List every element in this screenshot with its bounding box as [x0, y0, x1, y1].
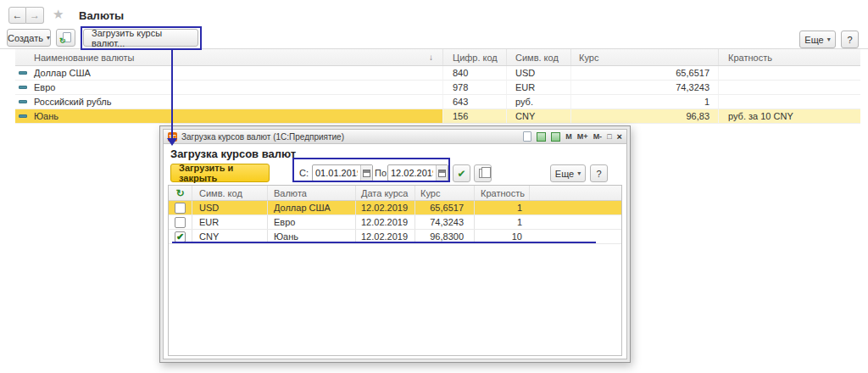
- load-and-close-label: Загрузить и закрыть: [179, 163, 261, 183]
- currency-item-icon: [19, 114, 27, 118]
- cell-char-code: руб.: [506, 95, 570, 109]
- header-char-code[interactable]: Симв. код: [506, 49, 570, 65]
- scale-m-button[interactable]: M: [565, 132, 572, 141]
- dialog-title: Загрузка курсов валют (1С:Предприятие): [181, 132, 344, 142]
- annotation-arrow-head: [167, 138, 177, 146]
- document-icon[interactable]: [523, 131, 531, 142]
- header-char-code[interactable]: Симв. код: [192, 186, 267, 200]
- copy-button[interactable]: [474, 164, 492, 182]
- table-row-usd[interactable]: Доллар США 840 USD 65,6517: [15, 66, 860, 81]
- rates-row-usd-selected[interactable]: ✔ USD Доллар США 12.02.2019 65,6517 1: [169, 201, 621, 215]
- rates-table-header: ↻ Симв. код Валюта Дата курса Курс Кратн…: [169, 186, 621, 201]
- table-row-rub[interactable]: Российский рубль 643 руб. 1: [15, 95, 860, 109]
- chevron-down-icon: ▾: [47, 35, 50, 42]
- cell-rate: 65,6517: [415, 201, 474, 214]
- check-table-icon: ✔: [457, 169, 465, 179]
- cell-char-code: EUR: [192, 215, 267, 229]
- calculator-icon[interactable]: [537, 132, 546, 142]
- header-num-code[interactable]: Цифр. код: [442, 49, 506, 65]
- app-window: ← → ★ Валюты Создать ▾ ↻ Загрузить курсы…: [0, 0, 868, 373]
- cell-currency: Евро: [267, 215, 355, 229]
- header-multiplicity[interactable]: Кратность: [718, 49, 860, 65]
- back-icon: ←: [13, 9, 23, 21]
- cell-rate: 1: [570, 95, 718, 109]
- copy-icon: [479, 169, 487, 178]
- refresh-header-button[interactable]: ↻: [169, 186, 192, 200]
- dialog-help-button[interactable]: ?: [590, 164, 608, 182]
- cell-name: Доллар США: [34, 66, 91, 80]
- history-nav: ← →: [8, 7, 44, 24]
- page-title: Валюты: [79, 9, 124, 22]
- annotation-box-date-range: [292, 158, 450, 182]
- more-label: Еще: [804, 35, 823, 45]
- cell-rate: 96,83: [570, 109, 718, 123]
- refresh-document-icon: ↻: [60, 32, 71, 43]
- create-button-label: Создать: [8, 33, 43, 43]
- cell-name: Евро: [34, 81, 55, 94]
- chevron-down-icon: ▾: [577, 170, 581, 177]
- cell-char-code: USD: [192, 201, 267, 214]
- calendar-icon[interactable]: [551, 132, 560, 142]
- currency-item-icon: [19, 71, 27, 75]
- chevron-down-icon: ▾: [827, 36, 831, 43]
- header-rate[interactable]: Курс: [415, 186, 474, 200]
- header-filler: [529, 186, 622, 200]
- dialog-titlebar[interactable]: 1С Загрузка курсов валют (1С:Предприятие…: [164, 130, 626, 144]
- cell-multiplicity: [718, 66, 860, 80]
- cell-rate-date: 12.02.2019: [355, 215, 415, 229]
- currencies-table-header: Наименование валюты ↓ Цифр. код Симв. ко…: [15, 49, 860, 66]
- table-row-cny-selected[interactable]: Юань 156 CNY 96,83 руб. за 10 CNY: [15, 109, 860, 124]
- dialog-heading: Загрузка курсов валют: [170, 148, 296, 160]
- row-checkbox[interactable]: ✔: [175, 231, 186, 242]
- cell-multiplicity: руб. за 10 CNY: [718, 109, 860, 123]
- cell-name: Российский рубль: [34, 95, 112, 109]
- header-name[interactable]: Наименование валюты: [15, 49, 442, 65]
- currency-item-icon: [19, 86, 27, 89]
- sort-descending-icon: ↓: [429, 49, 433, 65]
- forward-button[interactable]: →: [26, 7, 44, 24]
- cell-multiplicity: [718, 95, 860, 109]
- cell-multiplicity: 1: [474, 201, 529, 214]
- header-currency[interactable]: Валюта: [267, 186, 355, 200]
- row-checkbox[interactable]: ✔: [175, 203, 186, 214]
- currency-item-icon: [19, 100, 27, 103]
- header-multiplicity[interactable]: Кратность: [474, 186, 529, 200]
- cell-rate-date: 12.02.2019: [355, 201, 415, 214]
- back-button[interactable]: ←: [8, 7, 26, 24]
- cell-char-code: CNY: [506, 109, 570, 123]
- cell-num-code: 840: [442, 66, 506, 80]
- rates-row-eur[interactable]: ✔ EUR Евро 12.02.2019 74,3243 1: [169, 215, 621, 230]
- load-and-close-button[interactable]: Загрузить и закрыть: [170, 164, 270, 182]
- row-checkbox[interactable]: ✔: [175, 217, 186, 228]
- more-label: Еще: [555, 169, 574, 179]
- help-label: ?: [596, 169, 601, 179]
- cell-rate: 65,6517: [570, 66, 718, 80]
- main-help-button[interactable]: ?: [841, 31, 859, 48]
- cell-multiplicity: 1: [474, 215, 529, 229]
- current-cell-highlight: [15, 109, 442, 123]
- cell-num-code: 156: [442, 109, 506, 123]
- scale-m-minus-button[interactable]: M-: [593, 132, 603, 141]
- cell-char-code: EUR: [506, 81, 570, 94]
- check-all-button[interactable]: ✔: [453, 164, 470, 182]
- dialog-more-button[interactable]: Еще ▾: [550, 164, 586, 182]
- annotation-underline-cny-row: [172, 242, 596, 243]
- cell-currency: Доллар США: [267, 201, 355, 214]
- cell-multiplicity: [718, 81, 860, 94]
- update-rates-icon-button[interactable]: ↻: [56, 29, 75, 47]
- favorite-star-icon[interactable]: ★: [53, 7, 64, 22]
- header-rate-date[interactable]: Дата курса: [355, 186, 415, 200]
- scale-m-plus-button[interactable]: M+: [577, 132, 588, 141]
- cell-name: Юань: [34, 109, 58, 123]
- cell-num-code: 643: [442, 95, 506, 109]
- cell-rate: 74,3243: [415, 215, 474, 229]
- rates-table: ↻ Симв. код Валюта Дата курса Курс Кратн…: [168, 185, 622, 356]
- forward-icon: →: [30, 9, 40, 21]
- table-row-eur[interactable]: Евро 978 EUR 74,3243: [15, 81, 860, 95]
- header-rate[interactable]: Курс: [570, 49, 718, 65]
- cell-rate: 74,3243: [570, 81, 718, 94]
- main-more-button[interactable]: Еще ▾: [799, 31, 836, 48]
- restore-window-icon[interactable]: □: [607, 132, 611, 141]
- close-icon[interactable]: ×: [617, 132, 622, 142]
- create-button[interactable]: Создать ▾: [7, 29, 51, 47]
